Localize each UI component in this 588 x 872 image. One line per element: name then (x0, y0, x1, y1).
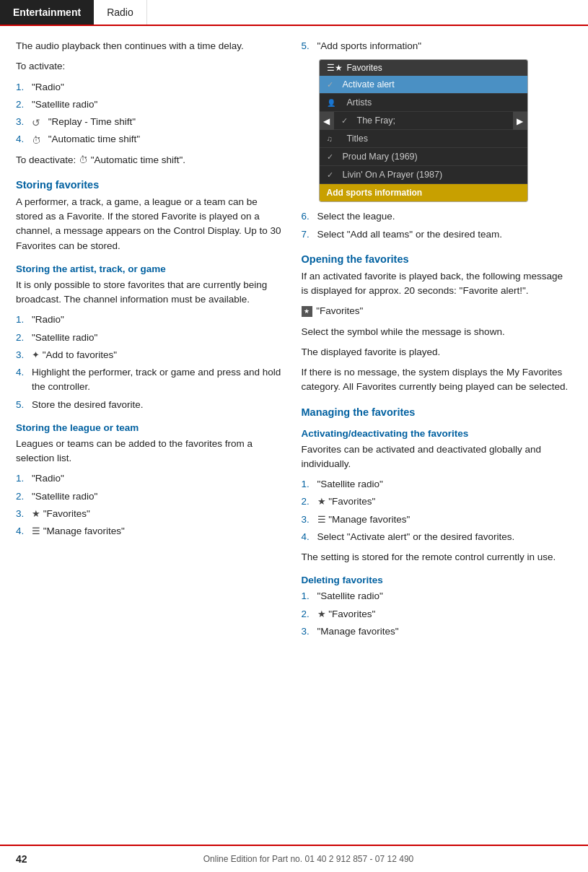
fav-item-label: Artists (347, 97, 372, 108)
favorites-title-bar: ☰★ Favorites (320, 60, 527, 76)
list-num: 2. (16, 97, 32, 112)
favorites-dialog: ☰★ Favorites Activate alert 👤 Artists (319, 59, 528, 202)
star-icon3: ★ (317, 609, 326, 619)
opening-p2: Select the symbol while the message is s… (302, 325, 573, 339)
list-item: 2. ★ "Favorites" (302, 494, 573, 509)
favorites-items-list: Activate alert 👤 Artists ◀ (320, 76, 527, 184)
list-num: 3. (16, 348, 32, 362)
right-steps-6-7: 6. Select the league. 7. Select "Add all… (302, 209, 573, 242)
storing-league-p: Leagues or teams can be added to the fav… (16, 437, 281, 466)
tab-entertainment[interactable]: Entertainment (0, 0, 94, 25)
header-tabs: Entertainment Radio (0, 0, 588, 26)
header-right-space (147, 0, 588, 25)
list-num: 4. (16, 132, 32, 147)
list-content: "Radio" (32, 80, 281, 95)
fav-item-the-fray[interactable]: The Fray; (334, 112, 513, 130)
list-item: 1. "Radio" (16, 471, 281, 486)
fav-item-activate-alert[interactable]: Activate alert (320, 76, 527, 94)
list-content: ★ "Favorites" (317, 607, 573, 622)
activating-list: 1. "Satellite radio" 2. ★ "Favorites" 3.… (302, 477, 573, 544)
opening-fav-label: "Favorites" (316, 305, 363, 316)
list-content: Select the league. (317, 209, 573, 224)
fav-item-livin[interactable]: Livin' On A Prayer (1987) (320, 166, 527, 184)
list-item: 2. "Satellite radio" (16, 331, 281, 345)
list-content: ★ "Favorites" (317, 494, 573, 509)
right-step5-list: 5. "Add sports information" (302, 39, 573, 53)
list-content: ☰ "Manage favorites" (317, 513, 573, 527)
list-item: 4. Highlight the performer, track or gam… (16, 365, 281, 395)
deleting-list: 1. "Satellite radio" 2. ★ "Favorites" 3.… (302, 589, 573, 639)
favorites-title-icon: ☰★ (327, 63, 343, 73)
list-item: 4. ☰ "Manage favorites" (16, 524, 281, 539)
fav-item-proud-mary[interactable]: Proud Mary (1969) (320, 148, 527, 166)
list-item: 1. "Satellite radio" (302, 589, 573, 603)
list-content: Store the desired favorite. (32, 398, 281, 412)
right-arrow: ▶ (517, 116, 523, 126)
list-item: 4. Select "Activate alert" or the desire… (302, 530, 573, 544)
list-item: 1. "Radio" (16, 80, 281, 95)
deactivate-text: To deactivate: "Automatic time shift". (16, 153, 281, 167)
list-num: 5. (302, 39, 317, 53)
opening-p4: If there is no message, the system displ… (302, 365, 573, 395)
activating-p: Favorites can be activated and deactivat… (302, 442, 573, 472)
star-icon: ★ (32, 508, 40, 519)
opening-p1: If an activated favorite is played back,… (302, 269, 573, 299)
tab-radio[interactable]: Radio (94, 0, 147, 25)
opening-heading: Opening the favorites (302, 253, 573, 265)
deleting-sub: Deleting favorites (302, 575, 573, 585)
list-item: 5. "Add sports information" (302, 39, 573, 53)
list-item: 3. ★ "Favorites" (16, 507, 281, 521)
list-content: "Satellite radio" (32, 97, 281, 112)
fav-item-artists[interactable]: 👤 Artists (320, 94, 527, 112)
manage-icon2: ☰ (317, 514, 326, 525)
list-item: 3. "Manage favorites" (302, 624, 573, 639)
check-icon (327, 170, 337, 180)
opening-fav-icon-line: ★ "Favorites" (302, 304, 573, 318)
auto-deactivate-icon (79, 154, 88, 165)
favorites-small-icon: ★ (302, 306, 312, 317)
list-num: 2. (302, 494, 317, 509)
auto-icon (32, 134, 43, 145)
add-sports-bar[interactable]: Add sports information (320, 184, 527, 201)
music-icon: ♫ (327, 134, 337, 143)
list-item: 3. "Replay - Time shift" (16, 115, 281, 129)
list-num: 3. (16, 115, 32, 129)
nav-right: ▶ (513, 112, 527, 130)
left-arrow: ◀ (323, 116, 330, 126)
storing-p: A performer, a track, a game, a league o… (16, 195, 281, 253)
intro-p1: The audio playback then continues with a… (16, 39, 281, 53)
check-icon (327, 152, 337, 162)
storing-league-heading: Storing the league or team (16, 422, 281, 433)
fav-item-label: The Fray; (357, 115, 396, 126)
fav-item-label: Livin' On A Prayer (1987) (343, 170, 443, 180)
check-icon (327, 80, 337, 90)
list-num: 2. (16, 489, 32, 504)
list-num: 3. (16, 507, 32, 521)
list-item: 2. "Satellite radio" (16, 489, 281, 504)
main-content: The audio playback then continues with a… (0, 26, 588, 673)
list-num: 5. (16, 398, 32, 412)
storing-artist-heading: Storing the artist, track, or game (16, 263, 281, 274)
nav-left: ◀ (320, 112, 334, 130)
left-column: The audio playback then continues with a… (0, 39, 294, 645)
list-content: "Add sports information" (317, 39, 573, 53)
fav-item-label: Activate alert (343, 79, 395, 90)
storing-league-list: 1. "Radio" 2. "Satellite radio" 3. ★ "Fa… (16, 471, 281, 539)
list-item: 1. "Radio" (16, 313, 281, 327)
list-content: Highlight the performer, track or game a… (32, 365, 281, 395)
list-item: 3. ✦ "Add to favorites" (16, 348, 281, 362)
list-content: Select "Add all teams" or the desired te… (317, 227, 573, 242)
storing-heading: Storing favorites (16, 179, 281, 191)
fav-item-titles[interactable]: ♫ Titles (320, 130, 527, 148)
list-content: ✦ "Add to favorites" (32, 348, 281, 362)
list-item: 3. ☰ "Manage favorites" (302, 513, 573, 527)
list-content: "Manage favorites" (317, 624, 573, 639)
check-icon (341, 116, 351, 126)
activating-sub: Activating/deactivating the favorites (302, 428, 573, 439)
list-content: Select "Activate alert" or the desired f… (317, 530, 573, 544)
list-num: 1. (16, 80, 32, 95)
list-item: 7. Select "Add all teams" or the desired… (302, 227, 573, 242)
favorites-title-text: Favorites (347, 63, 382, 73)
intro-p2: To activate: (16, 59, 281, 74)
person-icon: 👤 (327, 99, 337, 107)
